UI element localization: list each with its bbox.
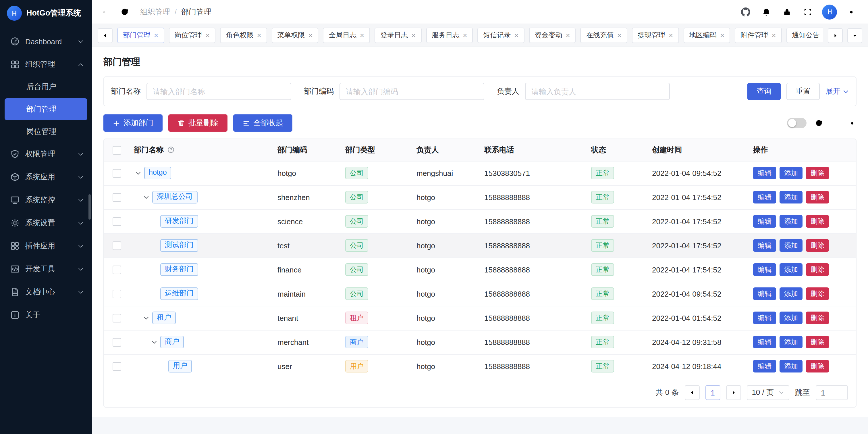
chevron-down-icon[interactable] — [150, 339, 158, 345]
tab-3[interactable]: 菜单权限× — [272, 28, 318, 43]
sidebar-item-1[interactable]: 组织管理 — [0, 53, 92, 76]
sidebar-scrollbar[interactable] — [89, 194, 91, 220]
sidebar-subitem-1-2[interactable]: 岗位管理 — [0, 121, 92, 143]
tab-close-icon[interactable]: × — [205, 32, 210, 39]
sidebar-item-7[interactable]: 开发工具 — [0, 258, 92, 281]
leader-input[interactable] — [525, 83, 670, 100]
tabs-scroll-right-icon[interactable] — [828, 28, 843, 43]
github-icon[interactable] — [737, 3, 754, 21]
tab-7[interactable]: 短信记录× — [477, 28, 524, 43]
edit-button[interactable]: 编辑 — [753, 167, 776, 179]
delete-button[interactable]: 删除 — [806, 336, 829, 348]
tab-close-icon[interactable]: × — [257, 32, 261, 39]
add-button[interactable]: 添加 — [779, 360, 803, 373]
refresh-icon[interactable] — [116, 3, 133, 21]
tab-close-icon[interactable]: × — [514, 32, 519, 39]
dept-code-input[interactable] — [340, 83, 484, 100]
delete-button[interactable]: 删除 — [806, 215, 829, 228]
batch-delete-button[interactable]: 批量删除 — [168, 114, 227, 132]
tab-close-icon[interactable]: × — [720, 32, 724, 39]
row-checkbox[interactable] — [112, 169, 121, 178]
sidebar-item-8[interactable]: 文档中心 — [0, 281, 92, 303]
row-checkbox[interactable] — [112, 314, 121, 322]
tab-0[interactable]: 部门管理× — [117, 28, 164, 43]
tab-close-icon[interactable]: × — [411, 32, 415, 39]
tab-close-icon[interactable]: × — [823, 32, 823, 39]
edit-button[interactable]: 编辑 — [753, 263, 776, 276]
tab-5[interactable]: 登录日志× — [375, 28, 421, 43]
tab-close-icon[interactable]: × — [154, 32, 158, 39]
edit-button[interactable]: 编辑 — [753, 336, 776, 348]
avatar[interactable] — [822, 4, 837, 19]
tab-10[interactable]: 提现管理× — [632, 28, 679, 43]
logo[interactable]: HotGo管理系统 — [0, 0, 92, 26]
row-checkbox[interactable] — [112, 363, 121, 371]
dept-name-input[interactable] — [147, 83, 291, 100]
bell-icon[interactable] — [758, 3, 775, 21]
sidebar-item-0[interactable]: Dashboard — [0, 30, 92, 53]
add-button[interactable]: 添加 — [779, 263, 803, 276]
tab-close-icon[interactable]: × — [566, 32, 570, 39]
expand-form-toggle[interactable]: 展开 — [826, 86, 849, 96]
row-checkbox[interactable] — [112, 266, 121, 274]
row-checkbox[interactable] — [112, 217, 121, 226]
row-checkbox[interactable] — [112, 193, 121, 202]
add-button[interactable]: 添加 — [779, 287, 803, 300]
row-checkbox[interactable] — [112, 338, 121, 347]
chevron-down-icon[interactable] — [142, 194, 150, 200]
sidebar-subitem-1-0[interactable]: 后台用户 — [0, 76, 92, 98]
row-checkbox[interactable] — [112, 290, 121, 298]
tab-close-icon[interactable]: × — [669, 32, 673, 39]
breadcrumb-item[interactable]: 组织管理 — [140, 7, 170, 17]
reload-table-icon[interactable] — [814, 119, 823, 127]
jump-page-input[interactable] — [816, 385, 848, 400]
tab-6[interactable]: 服务日志× — [426, 28, 473, 43]
sidebar-item-9[interactable]: 关于 — [0, 303, 92, 326]
edit-button[interactable]: 编辑 — [753, 287, 776, 300]
reset-button[interactable]: 重置 — [786, 83, 820, 100]
tabs-scroll-left-icon[interactable] — [98, 28, 113, 43]
sidebar-item-5[interactable]: 系统设置 — [0, 211, 92, 234]
sidebar-item-3[interactable]: 系统应用 — [0, 166, 92, 189]
sidebar-item-2[interactable]: 权限管理 — [0, 143, 92, 166]
select-all-checkbox[interactable] — [112, 146, 121, 155]
edit-button[interactable]: 编辑 — [753, 239, 776, 252]
tab-close-icon[interactable]: × — [308, 32, 313, 39]
next-page-icon[interactable] — [726, 385, 741, 400]
fullscreen-icon[interactable] — [799, 3, 816, 21]
tab-11[interactable]: 地区编码× — [683, 28, 730, 43]
tab-12[interactable]: 附件管理× — [735, 28, 781, 43]
tab-close-icon[interactable]: × — [463, 32, 467, 39]
help-circle-icon[interactable] — [167, 146, 175, 154]
tab-close-icon[interactable]: × — [360, 32, 364, 39]
lock-icon[interactable] — [778, 3, 796, 21]
tab-close-icon[interactable]: × — [617, 32, 622, 39]
tab-1[interactable]: 岗位管理× — [168, 28, 215, 43]
add-button[interactable]: 添加 — [779, 167, 803, 179]
add-button[interactable]: 添加 — [779, 312, 803, 324]
edit-button[interactable]: 编辑 — [753, 191, 776, 203]
sidebar-item-6[interactable]: 插件应用 — [0, 234, 92, 258]
collapse-all-button[interactable]: 全部收起 — [233, 114, 292, 132]
add-button[interactable]: 添加 — [779, 191, 803, 203]
add-button[interactable]: 添加 — [779, 336, 803, 348]
prev-page-icon[interactable] — [684, 385, 700, 400]
tab-13[interactable]: 通知公告× — [786, 28, 823, 43]
tab-2[interactable]: 角色权限× — [220, 28, 267, 43]
tab-4[interactable]: 全局日志× — [323, 28, 370, 43]
edit-button[interactable]: 编辑 — [753, 360, 776, 373]
delete-button[interactable]: 删除 — [806, 167, 829, 179]
delete-button[interactable]: 删除 — [806, 312, 829, 324]
tab-close-icon[interactable]: × — [772, 32, 776, 39]
delete-button[interactable]: 删除 — [806, 191, 829, 203]
tab-8[interactable]: 资金变动× — [529, 28, 576, 43]
menu-fold-icon[interactable] — [98, 3, 115, 21]
chevron-down-icon[interactable] — [134, 170, 142, 176]
page-size-select[interactable]: 10 / 页 — [746, 385, 789, 400]
settings-gear-icon[interactable] — [843, 3, 860, 21]
column-settings-icon[interactable] — [848, 119, 857, 127]
delete-button[interactable]: 删除 — [806, 239, 829, 252]
page-1-button[interactable]: 1 — [705, 385, 720, 400]
chevron-down-icon[interactable] — [142, 315, 150, 321]
add-button[interactable]: 添加 — [779, 239, 803, 252]
